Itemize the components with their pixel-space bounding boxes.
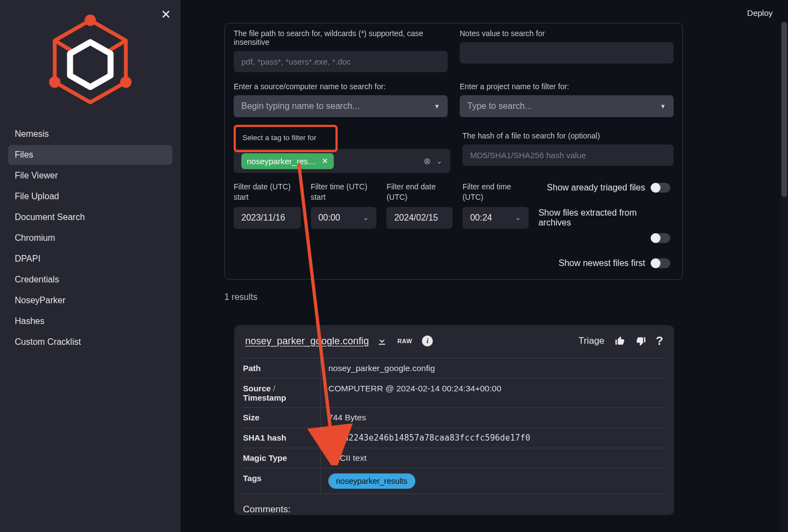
toggle-triaged[interactable]: [652, 183, 670, 193]
toggle-extracted-label: Show files extracted from archives: [538, 208, 670, 228]
time-start-input[interactable]: 00:00 ⌄: [311, 207, 377, 229]
date-end-input[interactable]: 2024/02/15: [386, 207, 453, 229]
toggle-triaged-label: Show aready triaged files: [547, 183, 645, 193]
toggle-extracted[interactable]: [652, 233, 670, 243]
notes-input[interactable]: [460, 42, 674, 63]
sidebar-item-custom-cracklist[interactable]: Custom Cracklist: [8, 332, 172, 352]
source-select[interactable]: Begin typing name to search... ▼: [234, 95, 448, 117]
close-icon[interactable]: ✕: [161, 8, 171, 22]
detail-key: Magic Type: [243, 448, 321, 468]
time-start-label: Filter time (UTC) start: [311, 182, 377, 203]
hash-input[interactable]: [462, 144, 674, 166]
scrollbar-thumb[interactable]: [781, 22, 787, 197]
detail-key: SHA1 hash: [243, 428, 321, 448]
chevron-down-icon[interactable]: ⌄: [436, 157, 443, 165]
tag-clear-icon[interactable]: ⊗: [424, 156, 431, 166]
detail-key: Tags: [243, 469, 321, 494]
detail-row-magic: Magic Type ASCII text: [243, 448, 665, 468]
scrollbar[interactable]: [780, 22, 788, 532]
detail-key: Size: [243, 408, 321, 427]
notes-label: Notes value to search for: [460, 29, 674, 38]
sidebar-item-dpapi[interactable]: DPAPI: [8, 249, 172, 269]
help-icon[interactable]: ?: [656, 334, 663, 348]
tag-chip-label: noseyparker_res…: [247, 157, 316, 166]
detail-row-source: Source / Timestamp COMPUTERR @ 2024-02-1…: [243, 378, 665, 407]
tag-select[interactable]: noseyparker_res… ✕ ⊗ ⌄: [234, 149, 450, 173]
sidebar-item-files[interactable]: Files: [8, 145, 172, 165]
sidebar-item-document-search[interactable]: Document Search: [8, 207, 172, 227]
triage-label: Triage: [578, 336, 605, 346]
detail-val: noseyparker_results: [321, 469, 665, 494]
detail-val: ASCII text: [321, 448, 665, 468]
hash-label: The hash of a file to search for (option…: [462, 131, 674, 140]
sidebar-item-chromium[interactable]: Chromium: [8, 228, 172, 248]
time-end-label: Filter end time (UTC): [462, 182, 529, 203]
results-count: 1 results: [224, 292, 257, 302]
detail-row-size: Size 744 Bytes: [243, 407, 665, 427]
detail-row-path: Path nosey_parker_google.config: [243, 358, 665, 378]
sidebar-item-credentials[interactable]: Credentials: [8, 270, 172, 290]
sidebar-item-hashes[interactable]: Hashes: [8, 311, 172, 331]
detail-val: nosey_parker_google.config: [321, 358, 665, 378]
chevron-down-icon: ⌄: [515, 213, 521, 222]
raw-button[interactable]: RAW: [397, 338, 412, 344]
sidebar-item-nemesis[interactable]: Nemesis: [8, 124, 172, 144]
detail-val: 7a1a2243e246b14857a78caa83fccfc596de17f0: [321, 428, 665, 448]
date-start-input[interactable]: 2023/11/16: [234, 207, 301, 229]
deploy-button[interactable]: Deploy: [747, 8, 773, 18]
sidebar-item-noseyparker[interactable]: NoseyParker: [8, 291, 172, 310]
result-card: nosey_parker_google.config RAW i Triage …: [234, 325, 674, 515]
date-start-value: 2023/11/16: [241, 213, 285, 223]
detail-row-sha1: SHA1 hash 7a1a2243e246b14857a78caa83fccf…: [243, 427, 665, 448]
date-start-label: Filter date (UTC) start: [234, 182, 301, 203]
source-placeholder: Begin typing name to search...: [241, 101, 360, 111]
caret-down-icon: ▼: [660, 103, 666, 109]
toggle-newest[interactable]: [652, 258, 670, 268]
svg-point-3: [51, 78, 59, 86]
source-label: Enter a source/computer name to search f…: [234, 82, 448, 91]
svg-line-5: [55, 41, 71, 50]
svg-marker-7: [79, 53, 101, 76]
tag-chip-remove-icon[interactable]: ✕: [322, 157, 328, 165]
detail-val: 744 Bytes: [321, 408, 665, 427]
sidebar-item-file-upload[interactable]: File Upload: [8, 187, 172, 206]
detail-key: Path: [243, 358, 321, 378]
svg-point-1: [86, 16, 94, 24]
project-label: Enter a project name to filter for:: [460, 82, 674, 91]
svg-line-4: [109, 41, 126, 50]
filter-card: The file path to search for, wildcards (…: [224, 23, 683, 280]
detail-key: Source / Timestamp: [243, 379, 321, 407]
time-start-value: 00:00: [318, 213, 340, 223]
tag-pill[interactable]: noseyparker_results: [328, 473, 415, 489]
caret-down-icon: ▼: [434, 103, 440, 109]
path-input[interactable]: [234, 51, 448, 72]
project-select[interactable]: Type to search... ▼: [460, 95, 674, 117]
sidebar-nav: Nemesis Files File Viewer File Upload Do…: [0, 124, 181, 352]
logo: [0, 7, 181, 124]
detail-val: COMPUTERR @ 2024-02-14 00:24:34+00:00: [321, 379, 665, 407]
time-end-input[interactable]: 00:24 ⌄: [462, 207, 529, 229]
chevron-down-icon: ⌄: [363, 213, 369, 222]
tag-chip: noseyparker_res… ✕: [241, 153, 334, 169]
svg-point-2: [122, 78, 130, 86]
info-icon[interactable]: i: [422, 336, 433, 346]
sidebar: ✕ Nemesis Files File Viewer File Upload …: [0, 0, 181, 532]
toggle-newest-label: Show newest files first: [559, 258, 645, 268]
comments-label: Comments:: [234, 499, 674, 515]
result-title[interactable]: nosey_parker_google.config: [245, 336, 369, 347]
sidebar-item-file-viewer[interactable]: File Viewer: [8, 166, 172, 186]
detail-row-tags: Tags noseyparker_results: [243, 468, 665, 494]
thumbs-up-icon[interactable]: [615, 336, 625, 346]
tag-highlight-box: Select a tag to filter for: [234, 125, 338, 152]
date-end-value: 2024/02/15: [394, 213, 438, 223]
time-end-value: 00:24: [470, 213, 492, 223]
path-label: The file path to search for, wildcards (…: [234, 29, 448, 47]
logo-icon: [44, 12, 137, 111]
download-icon[interactable]: [376, 336, 387, 346]
thumbs-down-icon[interactable]: [635, 336, 646, 346]
tag-label: Select a tag to filter for: [242, 134, 316, 142]
date-end-label: Filter end date (UTC): [386, 182, 453, 203]
project-placeholder: Type to search...: [467, 101, 532, 111]
